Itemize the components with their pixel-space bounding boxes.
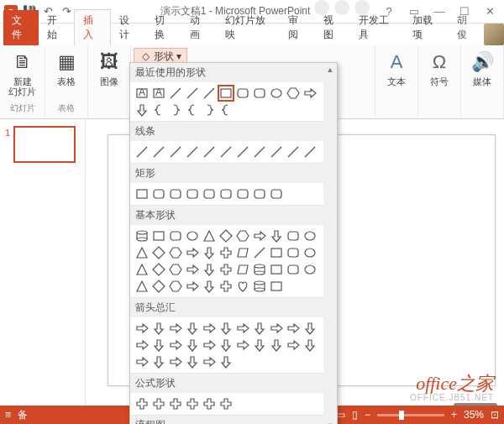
shape-l4[interactable]	[184, 144, 201, 160]
shape-b36[interactable]	[167, 278, 184, 295]
media-button[interactable]: 🔊 媒体	[466, 48, 498, 88]
thumbnail-item[interactable]: 1	[0, 126, 85, 163]
shape-b13[interactable]	[150, 244, 167, 261]
shape-a28[interactable]	[218, 353, 234, 370]
shape-b20[interactable]	[268, 244, 285, 261]
shape-arrow-r[interactable]	[302, 85, 318, 102]
shape-b26[interactable]	[184, 261, 201, 278]
shape-rbrace[interactable]	[167, 102, 184, 118]
shape-r9[interactable]	[268, 186, 285, 202]
shape-l9[interactable]	[268, 144, 285, 160]
shape-b8[interactable]	[251, 228, 268, 244]
tab-review[interactable]: 审阅	[280, 10, 315, 45]
shape-a8[interactable]	[251, 320, 268, 337]
shape-a21[interactable]	[285, 337, 302, 353]
shape-a14[interactable]	[167, 337, 184, 353]
shape-e3[interactable]	[167, 395, 184, 412]
zoom-in-icon[interactable]: +	[451, 409, 457, 421]
shape-l2[interactable]	[150, 144, 167, 160]
shape-line2[interactable]	[184, 85, 201, 102]
shape-a1[interactable]	[134, 320, 150, 337]
shape-b6[interactable]	[218, 228, 234, 244]
shape-a2[interactable]	[150, 320, 167, 337]
shape-l5[interactable]	[201, 144, 218, 160]
shape-a20[interactable]	[268, 337, 285, 353]
shape-textbox[interactable]: A	[134, 85, 150, 102]
tab-design[interactable]: 设计	[111, 10, 146, 45]
zoom-value[interactable]: 35%	[464, 409, 484, 421]
shape-round-rect[interactable]	[234, 85, 251, 102]
fit-window-icon[interactable]: ⊡	[491, 409, 499, 421]
shape-a6[interactable]	[218, 320, 234, 337]
shape-a22[interactable]	[302, 337, 318, 353]
shape-a10[interactable]	[285, 320, 302, 337]
shape-b19[interactable]	[251, 244, 268, 261]
shape-a12[interactable]	[134, 337, 150, 353]
shape-a3[interactable]	[167, 320, 184, 337]
notes-label[interactable]: 备	[18, 408, 28, 422]
shape-b42[interactable]	[268, 278, 285, 295]
shape-b41[interactable]	[251, 278, 268, 295]
shape-b9[interactable]	[268, 228, 285, 244]
shape-e6[interactable]	[218, 395, 234, 412]
shape-b15[interactable]	[184, 244, 201, 261]
shape-r7[interactable]	[234, 186, 251, 202]
shape-b27[interactable]	[201, 261, 218, 278]
shape-b33[interactable]	[302, 261, 318, 278]
shape-e1[interactable]	[134, 395, 150, 412]
shape-a18[interactable]	[234, 337, 251, 353]
slide-thumbnail[interactable]	[13, 126, 76, 163]
shape-b29[interactable]	[234, 261, 251, 278]
shape-l8[interactable]	[251, 144, 268, 160]
shape-b10[interactable]	[285, 228, 302, 244]
shape-a25[interactable]	[167, 353, 184, 370]
text-button[interactable]: A 文本	[381, 48, 412, 88]
tab-file[interactable]: 文件	[3, 10, 39, 45]
shape-b24[interactable]	[150, 261, 167, 278]
shape-b38[interactable]	[201, 278, 218, 295]
symbol-button[interactable]: Ω 符号	[423, 48, 455, 88]
new-slide-button[interactable]: 🗎 新建 幻灯片	[5, 48, 39, 98]
shape-b22[interactable]	[302, 244, 318, 261]
shape-b21[interactable]	[285, 244, 302, 261]
scroll-down-icon[interactable]: ▼	[323, 419, 337, 424]
shape-b5[interactable]	[201, 228, 218, 244]
shape-b39[interactable]	[218, 278, 234, 295]
image-button[interactable]: 🖼 图像	[93, 48, 125, 88]
dropdown-scrollbar[interactable]: ▲ ▼	[323, 63, 337, 424]
shape-r1[interactable]	[134, 186, 150, 202]
shape-r8[interactable]	[251, 186, 268, 202]
tab-insert[interactable]: 插入	[74, 9, 111, 45]
shape-b35[interactable]	[150, 278, 167, 295]
shape-a4[interactable]	[184, 320, 201, 337]
shape-e4[interactable]	[184, 395, 201, 412]
user-name[interactable]: 胡俊	[449, 10, 484, 45]
shape-r4[interactable]	[184, 186, 201, 202]
shape-rbrace2[interactable]	[201, 102, 218, 118]
shape-lbrace2[interactable]	[184, 102, 201, 118]
shape-a24[interactable]	[150, 353, 167, 370]
shape-a15[interactable]	[184, 337, 201, 353]
shape-hex[interactable]	[285, 85, 302, 102]
shape-b14[interactable]	[167, 244, 184, 261]
table-button[interactable]: ▦ 表格	[50, 48, 82, 88]
shape-rect[interactable]	[218, 85, 234, 102]
shape-a27[interactable]	[201, 353, 218, 370]
shape-a19[interactable]	[251, 337, 268, 353]
shape-b12[interactable]	[134, 244, 150, 261]
scroll-track[interactable]	[323, 76, 337, 419]
shape-b17[interactable]	[218, 244, 234, 261]
view-slideshow-icon[interactable]: ▯	[352, 409, 358, 421]
shape-l11[interactable]	[302, 144, 318, 160]
shape-line1[interactable]	[167, 85, 184, 102]
shape-l1[interactable]	[134, 144, 150, 160]
shape-b25[interactable]	[167, 261, 184, 278]
shape-b16[interactable]	[201, 244, 218, 261]
shape-lbrace[interactable]	[150, 102, 167, 118]
shape-r2[interactable]	[150, 186, 167, 202]
shape-b28[interactable]	[218, 261, 234, 278]
tab-slideshow[interactable]: 幻灯片放映	[217, 10, 280, 45]
shape-l7[interactable]	[234, 144, 251, 160]
shape-b23[interactable]	[134, 261, 150, 278]
shape-b4[interactable]	[184, 228, 201, 244]
